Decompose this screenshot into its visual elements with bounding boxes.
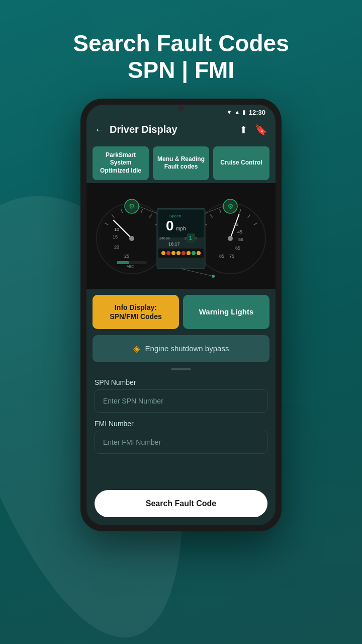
svg-rect-18 <box>117 261 129 264</box>
menu-fault-button[interactable]: Menu & Reading Fault codes <box>153 146 209 180</box>
app-bar-title: Driver Display <box>110 124 177 135</box>
phone-frame: ▼ ▲ ▮ 12:30 ← Driver Display ⬆ 🔖 P <box>80 99 282 531</box>
svg-text:⚙: ⚙ <box>227 202 234 210</box>
svg-text:35: 35 <box>233 222 238 227</box>
svg-text:240 mi: 240 mi <box>159 236 170 240</box>
app-bar-left: ← Driver Display <box>95 123 177 136</box>
svg-point-46 <box>161 251 165 255</box>
app-bar-actions: ⬆ 🔖 <box>239 124 267 136</box>
svg-point-47 <box>166 251 170 255</box>
svg-text:⚙: ⚙ <box>129 202 135 210</box>
drag-indicator <box>86 366 276 374</box>
svg-text:55: 55 <box>238 237 243 242</box>
svg-point-52 <box>192 251 196 255</box>
bookmark-button[interactable]: 🔖 <box>255 124 267 136</box>
svg-point-53 <box>197 251 201 255</box>
form-area: SPN Number FMI Number <box>86 374 276 490</box>
fmi-input[interactable] <box>95 431 267 454</box>
phone-notch <box>178 106 184 112</box>
fmi-label: FMI Number <box>95 420 267 428</box>
status-icons: ▼ ▲ ▮ <box>226 109 246 116</box>
svg-point-51 <box>187 251 191 255</box>
svg-point-49 <box>176 251 180 255</box>
battery-icon: ▮ <box>242 109 246 116</box>
drag-bar <box>171 368 191 370</box>
share-button[interactable]: ⬆ <box>239 124 248 136</box>
action-buttons-row: Info Display: SPN/FMI Codes Warning Ligh… <box>86 289 276 333</box>
svg-text:0: 0 <box>166 218 174 233</box>
engine-bypass-button[interactable]: ◈ Engine shutdown bypass <box>93 335 269 362</box>
dashboard-display: 10 15 20 25 ABC <box>86 183 276 289</box>
svg-text:ABC: ABC <box>127 265 134 268</box>
warning-lights-button[interactable]: Warning Lights <box>183 295 269 329</box>
svg-text:15: 15 <box>113 234 118 239</box>
svg-text:mph: mph <box>176 226 186 231</box>
search-fault-button[interactable]: Search Fault Code <box>95 490 267 517</box>
phone-mockup: ▼ ▲ ▮ 12:30 ← Driver Display ⬆ 🔖 P <box>80 99 282 531</box>
spn-label: SPN Number <box>95 378 267 386</box>
signal-icon: ▲ <box>234 109 240 116</box>
svg-point-61 <box>212 275 215 278</box>
cruise-control-button[interactable]: Cruise Control <box>213 146 269 180</box>
svg-text:20: 20 <box>114 245 119 250</box>
svg-text:25: 25 <box>124 254 129 259</box>
svg-point-28 <box>228 236 233 241</box>
svg-point-11 <box>129 236 134 241</box>
feature-buttons: ParkSmart System Optimized Idle Menu & R… <box>86 141 276 183</box>
svg-point-48 <box>171 251 175 255</box>
svg-text:65: 65 <box>235 246 240 251</box>
status-time: 12:30 <box>249 109 265 116</box>
app-bar: ← Driver Display ⬆ 🔖 <box>86 118 276 141</box>
svg-text:16:17: 16:17 <box>168 242 180 247</box>
info-display-button[interactable]: Info Display: SPN/FMI Codes <box>93 295 179 329</box>
bypass-label: Engine shutdown bypass <box>145 344 229 353</box>
svg-text:75: 75 <box>229 254 234 259</box>
svg-point-50 <box>182 251 186 255</box>
bypass-icon: ◈ <box>133 343 140 354</box>
spn-input[interactable] <box>95 389 267 413</box>
page-header: Search Fault Codes SPN | FMI <box>73 30 289 84</box>
svg-text:10: 10 <box>114 227 119 232</box>
back-button[interactable]: ← <box>95 123 106 136</box>
svg-text:85: 85 <box>219 254 224 259</box>
wifi-icon: ▼ <box>226 109 232 116</box>
parksmart-button[interactable]: ParkSmart System Optimized Idle <box>93 146 149 180</box>
svg-text:1: 1 <box>189 235 192 241</box>
phone-screen: ▼ ▲ ▮ 12:30 ← Driver Display ⬆ 🔖 P <box>86 105 276 525</box>
header-title: Search Fault Codes SPN | FMI <box>73 30 289 84</box>
svg-text:45: 45 <box>237 229 242 234</box>
